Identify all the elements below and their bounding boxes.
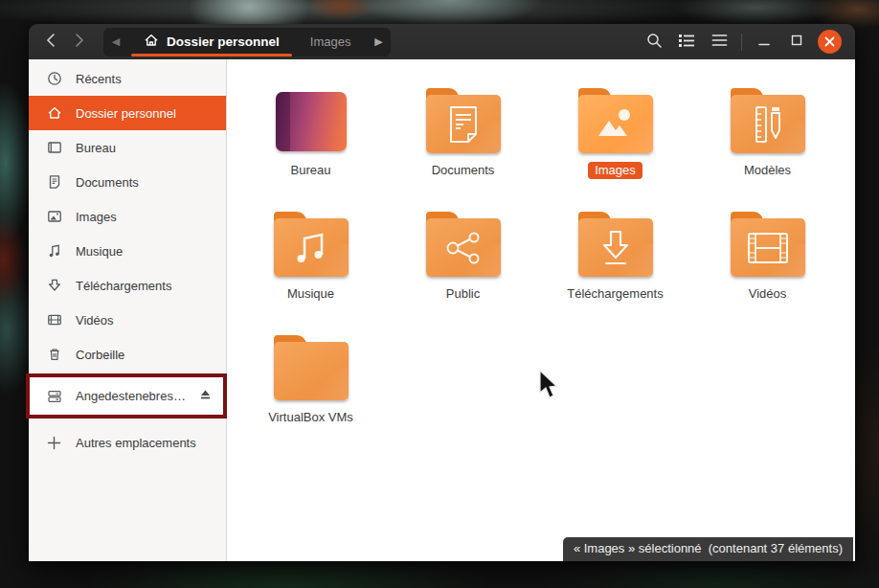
sidebar-item-home[interactable]: Dossier personnel bbox=[29, 96, 226, 130]
close-button[interactable] bbox=[813, 28, 845, 57]
film-icon bbox=[46, 312, 62, 328]
path-scroll-left-button[interactable]: ◀ bbox=[103, 28, 128, 57]
path-segment-images[interactable]: Images bbox=[295, 28, 367, 57]
sidebar-item-label: Autres emplacements bbox=[76, 436, 196, 450]
templates-folder-icon bbox=[731, 82, 805, 153]
chevron-right-icon bbox=[74, 33, 85, 51]
file-view[interactable]: Bureau Documents bbox=[227, 59, 855, 561]
icon-grid: Bureau Documents bbox=[227, 59, 855, 447]
sidebar-item-documents[interactable]: Documents bbox=[29, 165, 226, 199]
folder-virtualbox-vms[interactable]: VirtualBox VMs bbox=[235, 324, 387, 447]
file-label: VirtualBox VMs bbox=[268, 410, 353, 425]
file-label: Modèles bbox=[744, 163, 791, 178]
header-separator bbox=[741, 34, 742, 51]
file-label: Documents bbox=[432, 163, 495, 178]
minimize-button[interactable] bbox=[748, 29, 780, 56]
music-folder-icon bbox=[274, 206, 349, 277]
ruler-pencil-glyph-icon bbox=[731, 95, 805, 153]
film-strip-glyph-icon bbox=[731, 218, 805, 277]
sidebar-item-videos[interactable]: Vidéos bbox=[29, 303, 226, 337]
triangle-left-icon: ◀ bbox=[112, 35, 120, 48]
folder-modeles[interactable]: Modèles bbox=[691, 77, 844, 200]
music-note-glyph-icon bbox=[274, 218, 349, 277]
sidebar-item-label: Angedestenebres… bbox=[76, 389, 186, 403]
desktop-icon bbox=[46, 140, 62, 156]
sidebar-item-drive-angedestenebres[interactable]: Angedestenebres… bbox=[30, 377, 223, 415]
sidebar-item-label: Images bbox=[76, 210, 117, 224]
list-view-icon bbox=[678, 33, 695, 51]
sidebar-item-label: Récents bbox=[76, 72, 122, 86]
sidebar-item-trash[interactable]: Corbeille bbox=[29, 337, 226, 372]
desktop: { "window": { "header": { "pathbar": { "… bbox=[0, 0, 879, 588]
harddisk-icon bbox=[46, 388, 62, 404]
sidebar-item-label: Téléchargements bbox=[76, 279, 171, 293]
music-note-icon bbox=[46, 243, 62, 260]
maximize-button[interactable] bbox=[780, 29, 813, 56]
window-body: Récents Dossier personnel Bureau Documen… bbox=[29, 59, 855, 561]
path-segment-label: Dossier personnel bbox=[167, 34, 280, 49]
folder-videos[interactable]: Vidéos bbox=[691, 200, 844, 324]
folder-musique[interactable]: Musique bbox=[235, 200, 387, 324]
chevron-left-icon bbox=[45, 33, 56, 51]
file-manager-window: ◀ Dossier personnel Images ▶ bbox=[29, 24, 855, 561]
path-bar: ◀ Dossier personnel Images ▶ bbox=[103, 28, 391, 57]
file-label: Bureau bbox=[291, 163, 331, 178]
image-glyph-icon bbox=[578, 95, 653, 153]
folder-telechargements[interactable]: Téléchargements bbox=[539, 200, 691, 324]
document-glyph-icon bbox=[426, 95, 501, 153]
eject-button[interactable] bbox=[199, 389, 212, 403]
sidebar-item-pictures[interactable]: Images bbox=[29, 199, 226, 234]
hamburger-menu-icon bbox=[711, 34, 728, 50]
path-segment-home[interactable]: Dossier personnel bbox=[128, 28, 295, 57]
header-actions bbox=[638, 28, 845, 57]
file-label: Images bbox=[588, 163, 642, 178]
menu-button[interactable] bbox=[703, 29, 735, 56]
home-icon bbox=[46, 105, 62, 122]
headerbar: ◀ Dossier personnel Images ▶ bbox=[29, 24, 855, 59]
places-sidebar: Récents Dossier personnel Bureau Documen… bbox=[29, 59, 227, 561]
trash-icon bbox=[46, 347, 62, 363]
folder-images[interactable]: Images bbox=[539, 77, 691, 200]
sidebar-item-desktop[interactable]: Bureau bbox=[29, 130, 226, 165]
sidebar-item-downloads[interactable]: Téléchargements bbox=[29, 268, 226, 303]
file-label: Musique bbox=[287, 286, 334, 302]
selection-status-bar: « Images » sélectionné (contenant 37 élé… bbox=[563, 537, 853, 561]
documents-folder-icon bbox=[426, 82, 501, 153]
search-icon bbox=[646, 33, 663, 52]
folder-bureau[interactable]: Bureau bbox=[235, 77, 387, 200]
plain-folder-icon bbox=[274, 329, 349, 400]
maximize-icon bbox=[791, 34, 802, 49]
sidebar-item-label: Dossier personnel bbox=[76, 106, 176, 121]
sidebar-item-label: Bureau bbox=[76, 141, 116, 155]
folder-public[interactable]: Public bbox=[387, 200, 539, 324]
clock-icon bbox=[46, 71, 62, 87]
download-icon bbox=[46, 278, 62, 294]
sidebar-item-other-locations[interactable]: Autres emplacements bbox=[29, 425, 226, 460]
selected-file-label: Images bbox=[588, 162, 642, 179]
path-segment-label: Images bbox=[310, 34, 351, 49]
file-label: Téléchargements bbox=[567, 286, 663, 302]
path-scroll-right-button[interactable]: ▶ bbox=[366, 28, 391, 57]
share-glyph-icon bbox=[426, 218, 501, 277]
folder-documents[interactable]: Documents bbox=[387, 77, 539, 200]
home-icon bbox=[144, 33, 159, 51]
search-button[interactable] bbox=[638, 29, 670, 56]
download-arrow-glyph-icon bbox=[578, 218, 653, 277]
triangle-right-icon: ▶ bbox=[374, 35, 382, 48]
view-list-button[interactable] bbox=[670, 29, 703, 56]
pictures-folder-icon bbox=[578, 82, 653, 153]
image-icon bbox=[46, 209, 62, 225]
sidebar-item-label: Musique bbox=[76, 244, 123, 259]
public-folder-icon bbox=[426, 206, 501, 277]
back-button[interactable] bbox=[36, 29, 65, 56]
plus-icon bbox=[46, 435, 62, 451]
downloads-folder-icon bbox=[578, 206, 653, 277]
file-label: Public bbox=[446, 286, 480, 302]
document-icon bbox=[46, 174, 62, 191]
forward-button[interactable] bbox=[65, 29, 94, 56]
sidebar-item-music[interactable]: Musique bbox=[29, 234, 226, 268]
file-label: Vidéos bbox=[749, 286, 787, 302]
minimize-icon bbox=[758, 34, 770, 49]
sidebar-item-recents[interactable]: Récents bbox=[29, 61, 226, 96]
eject-icon bbox=[199, 389, 212, 403]
